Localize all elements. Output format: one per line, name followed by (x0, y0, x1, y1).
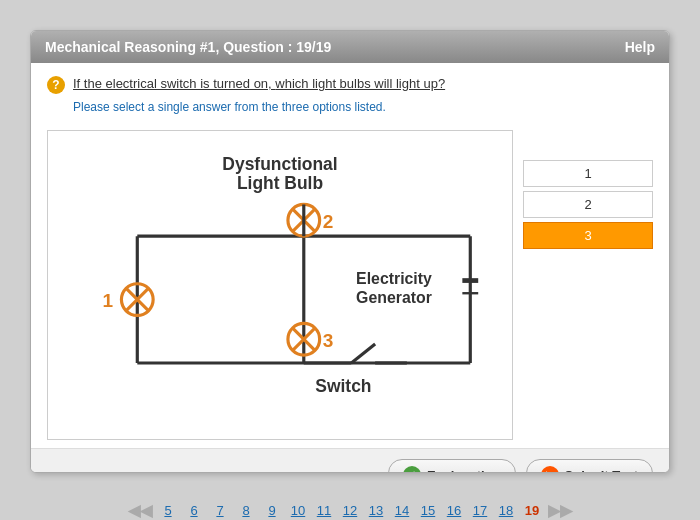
header-title: Mechanical Reasoning #1, Question : 19/1… (45, 39, 331, 55)
header-bar: Mechanical Reasoning #1, Question : 19/1… (31, 31, 669, 63)
page-9[interactable]: 9 (262, 503, 282, 518)
page-19[interactable]: 19 (522, 503, 542, 518)
submit-button[interactable]: ▶ Submit Test (526, 459, 653, 473)
pagination: ◀◀ 5 6 7 8 9 10 11 12 13 14 15 16 17 18 … (128, 501, 572, 520)
question-text-underline: which light bulbs will light up? (275, 76, 445, 91)
label-3: 3 (323, 330, 334, 351)
circuit-svg: Dysfunctional Light Bulb (58, 141, 502, 426)
main-card: Mechanical Reasoning #1, Question : 19/1… (30, 30, 670, 473)
light-bulb-label: Light Bulb (237, 173, 323, 193)
question-icon: ? (47, 76, 65, 94)
prev-nav[interactable]: ◀◀ (128, 501, 152, 520)
question-text: If the electrical switch is turned on, w… (73, 75, 445, 93)
page-17[interactable]: 17 (470, 503, 490, 518)
explanation-label: Explanation (427, 468, 501, 473)
answers-panel: 1 2 3 (523, 130, 653, 440)
page-18[interactable]: 18 (496, 503, 516, 518)
answer-option-1[interactable]: 1 (523, 160, 653, 187)
page-13[interactable]: 13 (366, 503, 386, 518)
instruction-text: Please select a single answer from the t… (73, 100, 653, 114)
page-12[interactable]: 12 (340, 503, 360, 518)
play-icon: ▶ (541, 466, 559, 473)
page-7[interactable]: 7 (210, 503, 230, 518)
svg-line-18 (351, 344, 375, 363)
next-nav[interactable]: ▶▶ (548, 501, 572, 520)
page-5[interactable]: 5 (158, 503, 178, 518)
help-button[interactable]: Help (625, 39, 655, 55)
switch-label: Switch (315, 376, 371, 396)
dysfunctional-label: Dysfunctional (222, 154, 337, 174)
question-area: ? If the electrical switch is turned on,… (31, 63, 669, 130)
page-14[interactable]: 14 (392, 503, 412, 518)
answer-option-3[interactable]: 3 (523, 222, 653, 249)
page-16[interactable]: 16 (444, 503, 464, 518)
page-11[interactable]: 11 (314, 503, 334, 518)
page-10[interactable]: 10 (288, 503, 308, 518)
electricity-label1: Electricity (356, 270, 432, 287)
label-1: 1 (102, 290, 113, 311)
question-text-before: If the electrical switch is turned on, (73, 76, 275, 91)
page-15[interactable]: 15 (418, 503, 438, 518)
page-8[interactable]: 8 (236, 503, 256, 518)
page-6[interactable]: 6 (184, 503, 204, 518)
answer-option-2[interactable]: 2 (523, 191, 653, 218)
question-row: ? If the electrical switch is turned on,… (47, 75, 653, 94)
submit-label: Submit Test (565, 468, 638, 473)
electricity-label2: Generator (356, 289, 432, 306)
explanation-button[interactable]: ✓ Explanation (388, 459, 516, 473)
check-icon: ✓ (403, 466, 421, 473)
footer-area: ✓ Explanation ▶ Submit Test (31, 448, 669, 473)
label-2: 2 (323, 211, 334, 232)
diagram-container: Dysfunctional Light Bulb (47, 130, 513, 440)
content-area: Dysfunctional Light Bulb (31, 130, 669, 448)
